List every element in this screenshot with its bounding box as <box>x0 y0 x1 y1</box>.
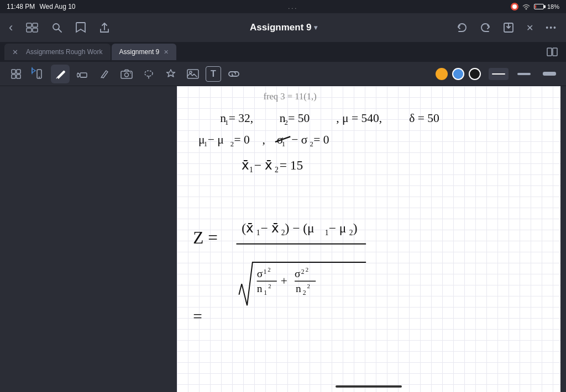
share-button[interactable] <box>97 20 112 35</box>
bluetooth-pen-icon[interactable] <box>29 65 48 83</box>
svg-text:− x̄: − x̄ <box>261 221 279 235</box>
ellipsis: ... <box>288 3 298 10</box>
insert-tool[interactable] <box>7 65 25 83</box>
svg-text:= 15: = 15 <box>280 158 303 172</box>
tab-assignment9[interactable]: Assignment 9 ✕ <box>112 44 177 60</box>
svg-rect-9 <box>553 48 557 56</box>
svg-text:,: , <box>262 133 265 146</box>
svg-point-17 <box>125 73 129 77</box>
more-button[interactable]: ••• <box>543 21 559 34</box>
line-weight-thin[interactable] <box>489 68 509 80</box>
status-right: 18% <box>511 3 559 10</box>
svg-text:= 0: = 0 <box>313 133 329 146</box>
export-button[interactable] <box>501 20 516 35</box>
image-tool[interactable] <box>184 65 202 83</box>
home-indicator <box>336 385 402 388</box>
svg-rect-15 <box>80 73 87 77</box>
svg-text:2: 2 <box>307 283 310 289</box>
svg-text:σ: σ <box>257 268 263 279</box>
main-toolbar: ‹ Assi <box>0 13 566 42</box>
svg-text:2: 2 <box>268 283 271 289</box>
record-icon <box>511 3 518 10</box>
svg-text:(x̄: (x̄ <box>242 221 254 235</box>
split-view-button[interactable] <box>543 43 562 61</box>
status-center: ... <box>288 3 298 10</box>
color-orange[interactable] <box>436 68 448 80</box>
svg-rect-2 <box>33 23 38 27</box>
status-left: 11:48 PM Wed Aug 10 <box>7 3 76 10</box>
svg-text:= 50: = 50 <box>288 112 310 125</box>
svg-rect-11 <box>17 70 20 73</box>
svg-text:Z =: Z = <box>193 228 218 247</box>
svg-text:2: 2 <box>230 140 234 148</box>
time: 11:48 PM <box>7 3 35 10</box>
notebook-page[interactable]: freq 3 = 11(1,) n 1 = 32, n 2 = 50 , μ =… <box>177 86 560 392</box>
svg-text:=: = <box>193 308 202 325</box>
battery-icon <box>534 4 544 9</box>
star-tool[interactable] <box>161 65 180 83</box>
redo-button[interactable] <box>478 20 493 35</box>
lasso-tool[interactable] <box>139 65 158 83</box>
tab-label-rough: Assignments Rough Work <box>26 48 103 56</box>
day: Wed Aug 10 <box>39 3 75 10</box>
svg-text:, μ = 540,: , μ = 540, <box>336 112 382 125</box>
sidebar-right <box>560 86 566 392</box>
svg-rect-8 <box>547 48 552 56</box>
svg-text:1: 1 <box>225 119 228 126</box>
svg-text:1: 1 <box>282 140 285 148</box>
svg-text:− μ: − μ <box>329 221 347 235</box>
pen-tool[interactable] <box>51 65 70 83</box>
svg-text:2: 2 <box>306 266 308 273</box>
close-button[interactable]: ✕ <box>524 20 536 35</box>
eraser-tool[interactable] <box>73 65 92 83</box>
dropdown-chevron[interactable]: ▾ <box>314 24 317 31</box>
svg-text:− μ: − μ <box>208 133 224 146</box>
color-blue[interactable] <box>452 68 464 80</box>
undo-button[interactable] <box>454 20 470 35</box>
svg-rect-4 <box>33 28 38 32</box>
svg-text:): ) <box>353 221 358 235</box>
battery-percent: 18% <box>547 3 559 10</box>
sidebar-left <box>0 86 88 392</box>
svg-rect-12 <box>12 75 15 78</box>
tabs-bar: ✕ Assignments Rough Work Assignment 9 ✕ <box>0 42 566 62</box>
camera-tool[interactable] <box>117 65 136 83</box>
search-button[interactable] <box>49 20 65 35</box>
main-content: freq 3 = 11(1,) n 1 = 32, n 2 = 50 , μ =… <box>0 86 566 392</box>
tab-close-rough[interactable]: ✕ <box>12 48 18 56</box>
tab-close-a9[interactable]: ✕ <box>164 49 169 56</box>
svg-text:n: n <box>257 283 263 294</box>
tab-label-a9: Assignment 9 <box>119 48 160 56</box>
svg-rect-10 <box>12 70 15 73</box>
svg-text:2: 2 <box>268 266 270 273</box>
wifi-icon <box>522 3 531 10</box>
line-weight-thick[interactable] <box>539 68 559 80</box>
link-tool[interactable] <box>224 65 243 83</box>
svg-text:2: 2 <box>310 140 313 148</box>
gallery-button[interactable] <box>24 20 40 35</box>
svg-text:σ: σ <box>295 268 301 279</box>
svg-text:− σ: − σ <box>291 133 308 146</box>
svg-text:2: 2 <box>285 119 288 126</box>
bookmark-button[interactable] <box>74 20 88 35</box>
tab-rough-work[interactable]: ✕ Assignments Rough Work <box>4 44 111 60</box>
svg-text:x̄: x̄ <box>242 158 249 172</box>
toolbar-right: ✕ ••• <box>454 20 559 35</box>
svg-point-18 <box>130 72 131 73</box>
drawing-toolbar: T <box>0 62 566 86</box>
svg-text:freq 3 = 11(1,): freq 3 = 11(1,) <box>263 91 316 102</box>
line-weight-medium[interactable] <box>514 68 534 80</box>
svg-text:1: 1 <box>264 289 267 296</box>
svg-text:2: 2 <box>303 289 306 296</box>
text-tool[interactable]: T <box>206 66 221 82</box>
back-button[interactable]: ‹ <box>7 18 15 37</box>
color-black[interactable] <box>469 68 481 80</box>
svg-rect-1 <box>27 23 32 27</box>
svg-text:+: + <box>281 274 287 288</box>
svg-text:1: 1 <box>204 140 207 148</box>
toolbar-left: ‹ <box>7 18 112 37</box>
toolbar-center: Assignment 9 ▾ <box>250 22 317 33</box>
svg-point-5 <box>53 24 59 30</box>
pencil-tool[interactable] <box>95 65 114 83</box>
svg-text:1: 1 <box>249 166 253 174</box>
